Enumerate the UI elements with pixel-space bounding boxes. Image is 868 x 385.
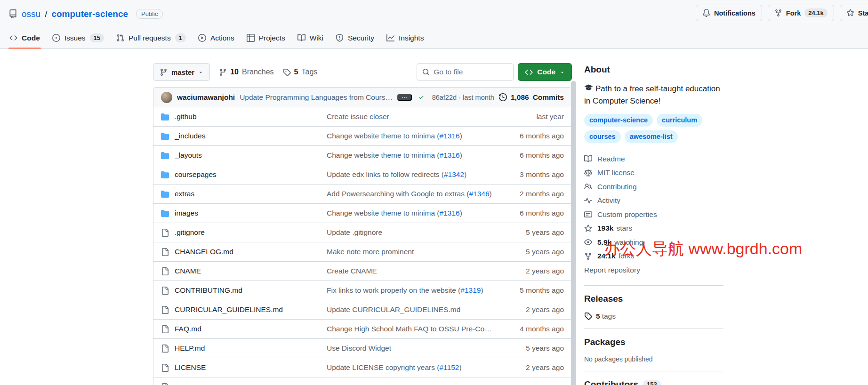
table-row[interactable]: _layouts Change website theme to minima … (153, 145, 571, 165)
commit-message-text[interactable]: Create CNAME (327, 267, 377, 275)
commit-message-text[interactable]: Update CURRICULAR_GUIDELINES.md (327, 305, 460, 313)
about-link-item[interactable]: Contributing (584, 180, 723, 194)
nav-tab[interactable]: Code (5, 27, 45, 48)
table-row[interactable]: LICENSE Update LICENSE copyright years (… (153, 358, 571, 377)
about-link-item[interactable]: Activity (584, 194, 723, 208)
file-name-link[interactable]: HELP.md (175, 344, 205, 353)
nav-tab[interactable]: Pull requests 1 (112, 27, 191, 48)
commit-message-text[interactable]: Use Discord Widget (327, 344, 391, 352)
commit-message-text[interactable]: Add Powersearching with Google to extras… (327, 190, 469, 198)
file-type-icon (161, 209, 169, 217)
issue-link[interactable]: #1316 (440, 209, 460, 217)
breadcrumb: ossu / computer-science Public (8, 9, 163, 19)
tags-summary-link[interactable]: 5 tags (584, 312, 723, 321)
topic-pill[interactable]: curriculum (657, 114, 702, 127)
table-row[interactable] (153, 377, 571, 385)
branches-link[interactable]: 10 Branches (219, 68, 273, 76)
header-action-button[interactable]: Star 193k (840, 5, 868, 21)
code-icon (525, 68, 533, 76)
nav-tab[interactable]: Wiki (293, 27, 328, 48)
file-name-link[interactable]: LICENSE (175, 363, 206, 372)
nav-tab[interactable]: Security (331, 27, 379, 48)
file-name-link[interactable]: CHANGELOG.md (175, 248, 233, 256)
commit-message-text[interactable]: Update edx links to follow redirects ( (327, 170, 444, 178)
about-link-item[interactable]: 193k stars (584, 222, 723, 236)
file-name-link[interactable]: coursepages (175, 170, 217, 179)
table-row[interactable]: FAQ.md Change High School Math FAQ to OS… (153, 319, 571, 338)
tags-link[interactable]: 5 Tags (283, 68, 318, 76)
commit-message-text[interactable]: Fix links to work properly on the websit… (327, 286, 460, 294)
issue-link[interactable]: #1346 (469, 190, 489, 198)
file-browser: waciumawanjohi Update Programming Langua… (153, 87, 572, 385)
check-icon[interactable] (418, 93, 424, 101)
about-link-label: stars (616, 224, 632, 233)
table-row[interactable]: _includes Change website theme to minima… (153, 126, 571, 145)
commit-message-text[interactable]: Update LICENSE copyright years ( (327, 363, 440, 371)
scrollbar-thumb[interactable] (571, 81, 576, 385)
breadcrumb-owner-link[interactable]: ossu (22, 9, 40, 19)
topic-pill[interactable]: courses (584, 130, 621, 143)
commit-message-text[interactable]: Make note more prominent (327, 248, 414, 256)
file-name-link[interactable]: _layouts (175, 151, 202, 160)
file-name-link[interactable]: extras (175, 190, 194, 198)
breadcrumb-repo-link[interactable]: computer-science (51, 9, 128, 19)
commit-message-text[interactable]: Change High School Math FAQ to OSSU Pre-… (327, 325, 502, 333)
header-action-button[interactable]: Fork 24.1k (768, 5, 834, 21)
file-name-link[interactable]: FAQ.md (175, 325, 201, 333)
commit-sha-time[interactable]: 86af22d · last month (432, 94, 494, 101)
file-type-icon (161, 190, 169, 198)
commit-sha[interactable]: 86af22d (432, 94, 457, 101)
file-name-link[interactable]: .gitignore (175, 228, 205, 237)
about-link-item[interactable]: Report repository (584, 263, 723, 277)
about-link-item[interactable]: MIT license (584, 166, 723, 180)
branch-selector-button[interactable]: master (153, 63, 210, 81)
nav-tab[interactable]: Insights (382, 27, 428, 48)
about-link-item[interactable]: Readme (584, 152, 723, 166)
commit-message[interactable]: Update Programming Languages from Course… (240, 93, 393, 102)
issue-link[interactable]: #1342 (444, 170, 464, 178)
about-link-label: Report repository (584, 266, 640, 274)
nav-tab[interactable]: Actions (193, 27, 239, 48)
commit-message-text[interactable]: Change website theme to minima ( (327, 151, 440, 159)
table-row[interactable]: CURRICULAR_GUIDELINES.md Update CURRICUL… (153, 300, 571, 319)
file-name-link[interactable]: CNAME (175, 267, 201, 275)
table-row[interactable]: coursepages Update edx links to follow r… (153, 165, 571, 184)
file-name-link[interactable]: CURRICULAR_GUIDELINES.md (175, 305, 283, 314)
issue-link[interactable]: #1316 (440, 151, 460, 159)
commit-author-link[interactable]: waciumawanjohi (177, 93, 235, 102)
table-row[interactable]: extras Add Powersearching with Google to… (153, 184, 571, 203)
table-row[interactable]: .github Create issue closer last year (153, 107, 571, 126)
table-row[interactable]: HELP.md Use Discord Widget 5 years ago (153, 338, 571, 358)
nav-tab[interactable]: Issues 15 (48, 27, 109, 48)
topic-pill[interactable]: computer-science (584, 114, 653, 127)
table-row[interactable]: CNAME Create CNAME 2 years ago (153, 261, 571, 281)
table-row[interactable]: CONTRIBUTING.md Fix links to work proper… (153, 281, 571, 300)
issue-link[interactable]: #1152 (440, 363, 459, 371)
nav-tab[interactable]: Projects (242, 27, 290, 48)
topic-pill[interactable]: awesome-list (625, 130, 678, 143)
table-row[interactable]: images Change website theme to minima (#… (153, 203, 571, 223)
header-action-button[interactable]: Notifications (696, 5, 762, 21)
file-name-link[interactable]: images (175, 209, 198, 217)
commit-ellipsis-button[interactable]: … (397, 94, 412, 101)
file-name-link[interactable]: .github (175, 112, 197, 121)
tab-icon (247, 34, 255, 42)
avatar[interactable] (161, 92, 172, 103)
issue-link[interactable]: #1316 (440, 132, 460, 140)
commit-message-text[interactable]: Change website theme to minima ( (327, 209, 440, 217)
code-button[interactable]: Code (518, 63, 572, 81)
commit-history-link[interactable]: 1,086 Commits (499, 93, 564, 102)
commit-message-text[interactable]: Update .gitignore (327, 228, 382, 236)
file-name-link[interactable]: _includes (175, 132, 206, 140)
header-actions: Notifications Fork 24.1k Star 193k (696, 5, 868, 21)
commit-message-text[interactable]: Create issue closer (327, 112, 389, 120)
about-sidebar: About Path to a free self-taught educati… (584, 63, 723, 385)
table-row[interactable]: .gitignore Update .gitignore 5 years ago (153, 223, 571, 242)
commit-date: 6 months ago (502, 151, 564, 160)
table-row[interactable]: CHANGELOG.md Make note more prominent 5 … (153, 242, 571, 261)
file-name-link[interactable]: CONTRIBUTING.md (175, 286, 242, 295)
go-to-file-input[interactable] (434, 68, 508, 76)
commit-message-text[interactable]: Change website theme to minima ( (327, 132, 440, 140)
issue-link[interactable]: #1319 (460, 286, 481, 294)
about-link-item[interactable]: Custom properties (584, 208, 723, 222)
